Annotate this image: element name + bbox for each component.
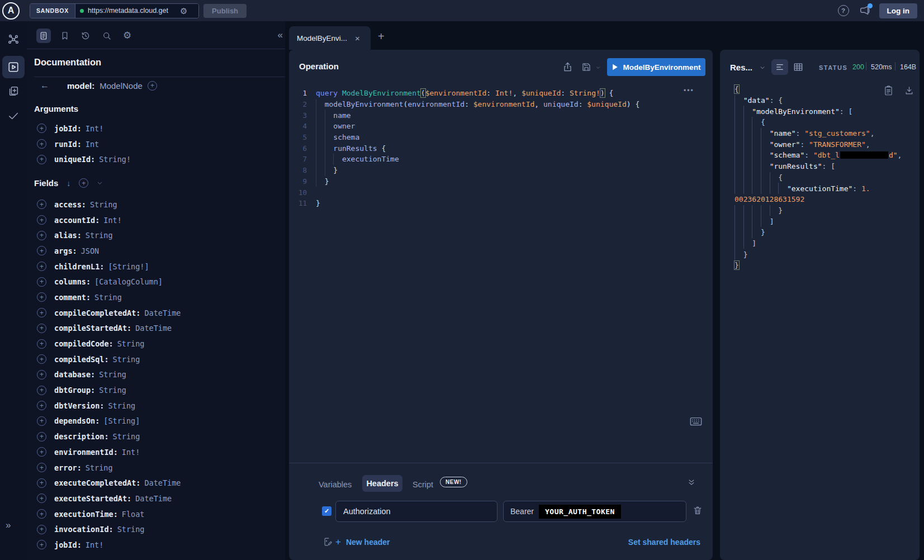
add-field-button[interactable]: +	[37, 324, 46, 333]
add-field-button[interactable]: +	[37, 401, 46, 410]
docs-tab-button[interactable]	[36, 29, 51, 43]
delete-header-button[interactable]	[693, 505, 703, 516]
tab-script[interactable]: Script	[413, 480, 433, 489]
field-row[interactable]: + error: String	[37, 460, 285, 476]
field-row[interactable]: + access: String	[37, 197, 285, 212]
edit-headers-as-json-button[interactable]	[323, 537, 333, 547]
table-view-button[interactable]	[793, 61, 804, 73]
field-row[interactable]: + description: String	[37, 429, 285, 444]
apollo-logo[interactable]: A	[2, 2, 20, 20]
add-field-button[interactable]: +	[37, 308, 46, 317]
field-type[interactable]: JSON	[81, 246, 99, 255]
collapse-docs-button[interactable]: «	[278, 30, 282, 41]
endpoint-url-input[interactable]: https://metadata.cloud.get ⚙	[75, 4, 198, 18]
chevron-down-icon[interactable]	[97, 180, 103, 186]
sidebar-item-schema[interactable]	[7, 33, 20, 45]
collapse-footer-button[interactable]	[687, 478, 696, 487]
field-row[interactable]: + executionTime: Float	[37, 506, 285, 522]
panel-divider[interactable]	[289, 463, 713, 463]
field-row[interactable]: + compiledSql: String	[37, 352, 285, 367]
field-type[interactable]: String	[108, 401, 135, 410]
add-field-button[interactable]: +	[37, 493, 46, 503]
settings-tab-button[interactable]: ⚙	[123, 31, 131, 40]
add-field-button[interactable]: +	[37, 447, 46, 457]
response-dropdown[interactable]: Res...	[730, 63, 766, 72]
field-type[interactable]: DateTime	[135, 494, 172, 503]
field-row[interactable]: + dbtGroup: String	[37, 382, 285, 398]
field-row[interactable]: + childrenL1: [String!]	[37, 259, 285, 274]
add-field-button[interactable]: +	[37, 370, 46, 379]
set-shared-headers-link[interactable]: Set shared headers	[628, 538, 700, 547]
field-row[interactable]: + comment: String	[37, 290, 285, 305]
field-row[interactable]: + alias: String	[37, 227, 285, 243]
field-type[interactable]: [CatalogColumn]	[94, 277, 163, 286]
field-type[interactable]: Int!	[86, 540, 104, 549]
add-fields-button[interactable]: +	[79, 178, 88, 188]
field-row[interactable]: + database: String	[37, 367, 285, 383]
field-type[interactable]: [String]	[103, 416, 140, 425]
publish-button[interactable]: Publish	[203, 4, 247, 18]
share-operation-button[interactable]	[562, 61, 573, 73]
field-row[interactable]: + environmentId: Int!	[37, 444, 285, 460]
query-editor[interactable]: 1query ModelByEnvironment($environmentId…	[289, 88, 713, 209]
field-row[interactable]: + jobId: Int!	[37, 121, 285, 136]
header-value-input[interactable]: Bearer YOUR_AUTH_TOKEN	[503, 501, 686, 522]
help-button[interactable]: ?	[838, 5, 849, 16]
field-row[interactable]: + args: JSON	[37, 243, 285, 259]
add-field-button[interactable]: +	[37, 432, 46, 442]
add-field-button[interactable]: +	[37, 262, 46, 271]
add-field-button[interactable]: +	[37, 215, 46, 225]
add-all-fields-button[interactable]: +	[148, 81, 157, 91]
field-type[interactable]: String	[117, 339, 145, 348]
field-type[interactable]: Int!	[122, 448, 140, 457]
save-operation-button[interactable]	[581, 62, 591, 72]
field-row[interactable]: + executeCompletedAt: DateTime	[37, 475, 285, 491]
add-field-button[interactable]: +	[37, 139, 46, 149]
field-row[interactable]: + invocationId: String	[37, 521, 285, 537]
formatted-view-button[interactable]	[771, 59, 788, 75]
field-type[interactable]: Int	[86, 140, 99, 149]
sort-fields-button[interactable]: ↓	[67, 179, 70, 188]
field-row[interactable]: + runId: Int	[37, 136, 285, 152]
add-field-button[interactable]: +	[37, 354, 46, 364]
tab-headers[interactable]: Headers	[362, 475, 402, 492]
announcements-button[interactable]	[859, 4, 871, 17]
tab-variables[interactable]: Variables	[319, 480, 352, 489]
field-row[interactable]: + dependsOn: [String]	[37, 414, 285, 429]
field-row[interactable]: + accountId: Int!	[37, 212, 285, 228]
add-field-button[interactable]: +	[37, 525, 46, 534]
add-field-button[interactable]: +	[37, 277, 46, 287]
operation-tab[interactable]: ModelByEnvi... ×	[289, 26, 371, 50]
save-dropdown-chevron-icon[interactable]	[595, 65, 601, 70]
field-row[interactable]: + dbtVersion: String	[37, 398, 285, 414]
field-row[interactable]: + compiledCode: String	[37, 336, 285, 352]
new-tab-button[interactable]: +	[378, 30, 385, 43]
download-response-button[interactable]	[904, 85, 914, 96]
field-row[interactable]: + jobId: Int!	[37, 537, 285, 553]
field-type[interactable]: String	[99, 386, 126, 395]
endpoint-settings-gear-icon[interactable]: ⚙	[180, 7, 187, 15]
field-type[interactable]: DateTime	[144, 478, 181, 487]
field-row[interactable]: + executeStartedAt: DateTime	[37, 491, 285, 506]
add-field-button[interactable]: +	[37, 155, 46, 164]
back-arrow-icon[interactable]: ←	[40, 80, 49, 91]
field-type[interactable]: String	[117, 525, 145, 534]
field-type[interactable]: Int!	[103, 216, 122, 225]
breadcrumb-type[interactable]: ModelNode	[99, 81, 143, 91]
bookmark-tab-button[interactable]	[60, 31, 70, 41]
add-field-button[interactable]: +	[37, 416, 46, 426]
field-type[interactable]: DateTime	[135, 324, 172, 333]
header-enabled-checkbox[interactable]	[322, 506, 331, 516]
close-tab-icon[interactable]: ×	[355, 34, 360, 43]
sidebar-item-sandbox-collections[interactable]	[7, 85, 20, 97]
field-type[interactable]: String	[90, 200, 117, 209]
add-field-button[interactable]: +	[37, 540, 46, 549]
add-field-button[interactable]: +	[37, 386, 46, 395]
history-tab-button[interactable]	[80, 31, 91, 41]
add-field-button[interactable]: +	[37, 478, 46, 488]
search-tab-button[interactable]	[102, 31, 112, 41]
field-type[interactable]: String!	[99, 155, 131, 164]
add-field-button[interactable]: +	[37, 509, 46, 519]
field-type[interactable]: String	[86, 463, 113, 472]
add-field-button[interactable]: +	[37, 463, 46, 472]
